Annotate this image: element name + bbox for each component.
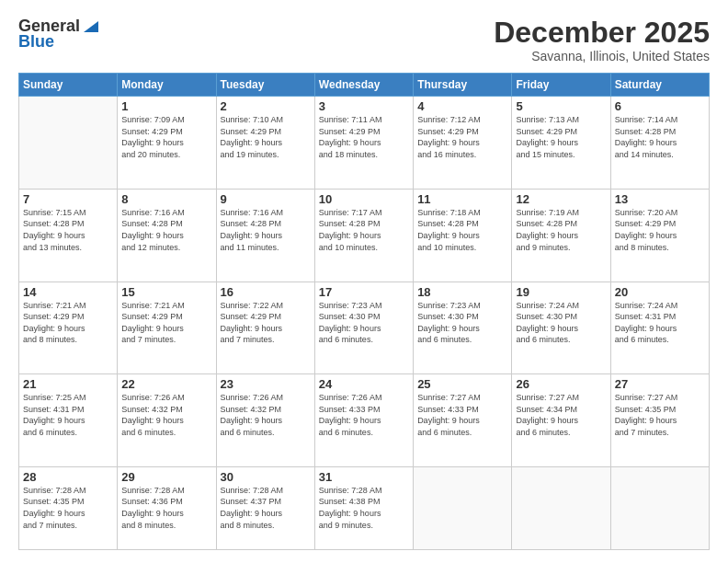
day-number: 9: [221, 192, 311, 206]
day-number: 26: [516, 377, 606, 391]
day-number: 12: [516, 192, 606, 206]
calendar-header-row: Sunday Monday Tuesday Wednesday Thursday…: [19, 74, 710, 97]
day-info: Sunrise: 7:26 AMSunset: 4:32 PMDaylight:…: [221, 392, 311, 438]
day-number: 4: [417, 99, 507, 113]
calendar-week-0: 1Sunrise: 7:09 AMSunset: 4:29 PMDaylight…: [19, 97, 710, 190]
day-number: 5: [516, 99, 606, 113]
calendar-cell: 30Sunrise: 7:28 AMSunset: 4:37 PMDayligh…: [216, 466, 314, 549]
day-info: Sunrise: 7:18 AMSunset: 4:28 PMDaylight:…: [417, 207, 507, 253]
calendar-cell: 31Sunrise: 7:28 AMSunset: 4:38 PMDayligh…: [314, 466, 413, 549]
calendar-table: Sunday Monday Tuesday Wednesday Thursday…: [18, 73, 710, 550]
col-monday: Monday: [118, 74, 216, 97]
day-info: Sunrise: 7:13 AMSunset: 4:29 PMDaylight:…: [516, 114, 606, 160]
day-number: 25: [417, 377, 507, 391]
calendar-cell: 26Sunrise: 7:27 AMSunset: 4:34 PMDayligh…: [512, 374, 610, 467]
calendar-cell: 6Sunrise: 7:14 AMSunset: 4:28 PMDaylight…: [610, 97, 709, 190]
day-info: Sunrise: 7:24 AMSunset: 4:30 PMDaylight:…: [516, 300, 606, 346]
col-friday: Friday: [512, 74, 610, 97]
calendar-cell: 20Sunrise: 7:24 AMSunset: 4:31 PMDayligh…: [610, 282, 709, 374]
calendar-cell: 2Sunrise: 7:10 AMSunset: 4:29 PMDaylight…: [216, 97, 314, 190]
calendar-cell: [610, 466, 709, 549]
day-info: Sunrise: 7:19 AMSunset: 4:28 PMDaylight:…: [516, 207, 606, 253]
day-info: Sunrise: 7:10 AMSunset: 4:29 PMDaylight:…: [221, 114, 311, 160]
day-info: Sunrise: 7:22 AMSunset: 4:29 PMDaylight:…: [221, 300, 311, 346]
day-number: 18: [417, 285, 507, 299]
calendar-week-3: 21Sunrise: 7:25 AMSunset: 4:31 PMDayligh…: [19, 374, 710, 467]
day-info: Sunrise: 7:17 AMSunset: 4:28 PMDaylight:…: [319, 207, 409, 253]
col-tuesday: Tuesday: [216, 74, 314, 97]
calendar-cell: 8Sunrise: 7:16 AMSunset: 4:28 PMDaylight…: [118, 189, 216, 282]
day-info: Sunrise: 7:28 AMSunset: 4:38 PMDaylight:…: [319, 485, 409, 531]
calendar-cell: 19Sunrise: 7:24 AMSunset: 4:30 PMDayligh…: [512, 282, 610, 374]
day-number: 27: [615, 377, 705, 391]
day-info: Sunrise: 7:24 AMSunset: 4:31 PMDaylight:…: [615, 300, 705, 346]
calendar-cell: [19, 97, 118, 190]
day-info: Sunrise: 7:25 AMSunset: 4:31 PMDaylight:…: [23, 392, 113, 438]
calendar-cell: 15Sunrise: 7:21 AMSunset: 4:29 PMDayligh…: [118, 282, 216, 374]
day-number: 13: [615, 192, 705, 206]
day-number: 24: [319, 377, 409, 391]
day-info: Sunrise: 7:27 AMSunset: 4:35 PMDaylight:…: [615, 392, 705, 438]
day-info: Sunrise: 7:23 AMSunset: 4:30 PMDaylight:…: [319, 300, 409, 346]
calendar-cell: 29Sunrise: 7:28 AMSunset: 4:36 PMDayligh…: [118, 466, 216, 549]
day-number: 23: [221, 377, 311, 391]
calendar-cell: 16Sunrise: 7:22 AMSunset: 4:29 PMDayligh…: [216, 282, 314, 374]
day-info: Sunrise: 7:14 AMSunset: 4:28 PMDaylight:…: [615, 114, 705, 160]
day-info: Sunrise: 7:21 AMSunset: 4:29 PMDaylight:…: [121, 300, 211, 346]
day-info: Sunrise: 7:20 AMSunset: 4:29 PMDaylight:…: [615, 207, 705, 253]
day-number: 11: [417, 192, 507, 206]
day-number: 30: [221, 470, 311, 484]
calendar-cell: 12Sunrise: 7:19 AMSunset: 4:28 PMDayligh…: [512, 189, 610, 282]
calendar-cell: 7Sunrise: 7:15 AMSunset: 4:28 PMDaylight…: [19, 189, 118, 282]
calendar-cell: 3Sunrise: 7:11 AMSunset: 4:29 PMDaylight…: [314, 97, 413, 190]
day-info: Sunrise: 7:26 AMSunset: 4:33 PMDaylight:…: [319, 392, 409, 438]
day-info: Sunrise: 7:28 AMSunset: 4:36 PMDaylight:…: [121, 485, 211, 531]
day-info: Sunrise: 7:28 AMSunset: 4:35 PMDaylight:…: [23, 485, 113, 531]
day-info: Sunrise: 7:16 AMSunset: 4:28 PMDaylight:…: [221, 207, 311, 253]
day-info: Sunrise: 7:11 AMSunset: 4:29 PMDaylight:…: [319, 114, 409, 160]
col-sunday: Sunday: [19, 74, 118, 97]
calendar-cell: 17Sunrise: 7:23 AMSunset: 4:30 PMDayligh…: [314, 282, 413, 374]
calendar-cell: 13Sunrise: 7:20 AMSunset: 4:29 PMDayligh…: [610, 189, 709, 282]
location: Savanna, Illinois, United States: [494, 49, 710, 63]
day-info: Sunrise: 7:16 AMSunset: 4:28 PMDaylight:…: [121, 207, 211, 253]
calendar-cell: 10Sunrise: 7:17 AMSunset: 4:28 PMDayligh…: [314, 189, 413, 282]
calendar-week-1: 7Sunrise: 7:15 AMSunset: 4:28 PMDaylight…: [19, 189, 710, 282]
calendar-cell: 14Sunrise: 7:21 AMSunset: 4:29 PMDayligh…: [19, 282, 118, 374]
calendar-cell: [512, 466, 610, 549]
day-number: 1: [121, 99, 211, 113]
header: General Blue December 2025 Savanna, Illi…: [18, 17, 710, 63]
day-number: 14: [23, 285, 113, 299]
day-info: Sunrise: 7:27 AMSunset: 4:33 PMDaylight:…: [417, 392, 507, 438]
calendar-cell: 28Sunrise: 7:28 AMSunset: 4:35 PMDayligh…: [19, 466, 118, 549]
day-number: 17: [319, 285, 409, 299]
day-number: 15: [121, 285, 211, 299]
col-saturday: Saturday: [610, 74, 709, 97]
day-info: Sunrise: 7:28 AMSunset: 4:37 PMDaylight:…: [221, 485, 311, 531]
calendar-cell: 22Sunrise: 7:26 AMSunset: 4:32 PMDayligh…: [118, 374, 216, 467]
calendar-cell: 1Sunrise: 7:09 AMSunset: 4:29 PMDaylight…: [118, 97, 216, 190]
month-title: December 2025: [494, 17, 710, 49]
page: General Blue December 2025 Savanna, Illi…: [0, 0, 728, 563]
logo-triangle-icon: [82, 17, 98, 34]
calendar-cell: [414, 466, 512, 549]
day-number: 2: [221, 99, 311, 113]
day-number: 31: [319, 470, 409, 484]
day-info: Sunrise: 7:15 AMSunset: 4:28 PMDaylight:…: [23, 207, 113, 253]
day-info: Sunrise: 7:27 AMSunset: 4:34 PMDaylight:…: [516, 392, 606, 438]
day-number: 6: [615, 99, 705, 113]
calendar-cell: 11Sunrise: 7:18 AMSunset: 4:28 PMDayligh…: [414, 189, 512, 282]
day-info: Sunrise: 7:09 AMSunset: 4:29 PMDaylight:…: [121, 114, 211, 160]
day-number: 19: [516, 285, 606, 299]
day-info: Sunrise: 7:21 AMSunset: 4:29 PMDaylight:…: [23, 300, 113, 346]
calendar-cell: 24Sunrise: 7:26 AMSunset: 4:33 PMDayligh…: [314, 374, 413, 467]
svg-marker-0: [84, 21, 98, 32]
calendar-cell: 4Sunrise: 7:12 AMSunset: 4:29 PMDaylight…: [414, 97, 512, 190]
day-number: 16: [221, 285, 311, 299]
day-number: 21: [23, 377, 113, 391]
calendar-cell: 5Sunrise: 7:13 AMSunset: 4:29 PMDaylight…: [512, 97, 610, 190]
day-number: 3: [319, 99, 409, 113]
day-number: 10: [319, 192, 409, 206]
logo: General Blue: [18, 17, 98, 52]
day-info: Sunrise: 7:23 AMSunset: 4:30 PMDaylight:…: [417, 300, 507, 346]
